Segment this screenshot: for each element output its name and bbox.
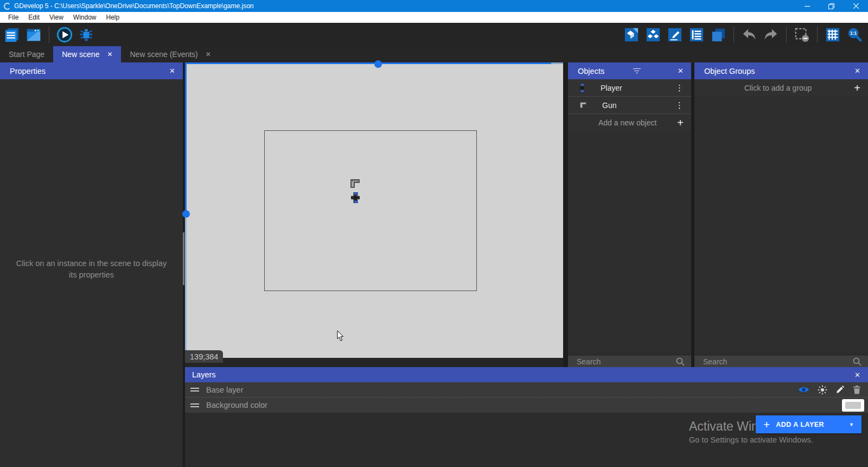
objects-panel-icon[interactable] xyxy=(623,27,640,43)
scene-window-handle-top[interactable] xyxy=(374,60,382,68)
window-title: GDevelop 5 - C:\Users\Sparkle\OneDrive\D… xyxy=(14,2,254,10)
add-group-label: Click to add a group xyxy=(702,84,854,92)
objects-search-input[interactable] xyxy=(577,357,676,366)
properties-panel-title: Properties xyxy=(10,67,46,75)
editor-tab-bar: Start Page New scene ✕ New scene (Events… xyxy=(0,46,868,62)
scene-window-left-border xyxy=(185,62,187,212)
add-group-plus-icon[interactable]: + xyxy=(854,82,860,94)
layer-row-base[interactable]: Base layer xyxy=(185,382,868,397)
scene-window-top-border xyxy=(185,62,551,64)
tab-new-scene[interactable]: New scene ✕ xyxy=(53,46,121,62)
scene-window-handle-left[interactable] xyxy=(182,210,190,218)
add-object-plus-icon[interactable]: + xyxy=(677,117,684,129)
close-objects-icon[interactable]: ✕ xyxy=(678,67,684,75)
debugger-icon[interactable] xyxy=(78,27,94,43)
close-window-button[interactable] xyxy=(844,0,868,12)
gun-instance[interactable] xyxy=(349,179,360,188)
mouse-cursor xyxy=(337,331,344,342)
background-color-swatch xyxy=(845,402,861,409)
play-preview-icon[interactable] xyxy=(56,27,73,43)
object-groups-panel-header: Object Groups ✕ xyxy=(694,62,868,79)
edit-layer-pencil-icon[interactable] xyxy=(835,385,845,394)
title-bar: GDevelop 5 - C:\Users\Sparkle\OneDrive\D… xyxy=(0,0,868,12)
add-object-label: Add a new object xyxy=(598,118,656,127)
layers-panel-icon[interactable] xyxy=(710,27,726,43)
minimize-button[interactable] xyxy=(795,0,819,12)
gun-object-icon xyxy=(579,102,587,109)
deselect-all-icon[interactable] xyxy=(794,27,810,43)
zoom-original-icon[interactable]: 1:1 xyxy=(846,27,863,43)
layer-name: Background color xyxy=(206,401,267,409)
groups-search-row xyxy=(694,353,868,367)
toolbar-separator xyxy=(49,27,49,43)
undo-icon[interactable] xyxy=(741,27,757,43)
scene-editor-icon[interactable] xyxy=(25,27,42,43)
objects-search-row xyxy=(568,353,691,367)
menu-view[interactable]: View xyxy=(44,12,68,23)
toggle-grid-icon[interactable] xyxy=(825,27,841,43)
object-groups-panel-icon[interactable] xyxy=(645,27,661,43)
redo-icon[interactable] xyxy=(763,27,779,43)
properties-scrollbar[interactable] xyxy=(183,232,184,285)
delete-layer-trash-icon[interactable] xyxy=(853,385,861,394)
drag-handle-icon[interactable] xyxy=(190,403,199,407)
player-instance[interactable] xyxy=(351,192,360,203)
tab-start-page[interactable]: Start Page xyxy=(0,46,53,62)
scene-window-left-border-end xyxy=(185,218,187,358)
groups-search-input[interactable] xyxy=(703,357,853,366)
scene-canvas[interactable] xyxy=(185,62,563,358)
menu-edit[interactable]: Edit xyxy=(23,12,44,23)
cursor-coordinates-badge: 139;384 xyxy=(185,350,223,363)
dropdown-caret-icon[interactable]: ▼ xyxy=(849,422,854,427)
objects-panel-header: Objects ✕ xyxy=(568,62,691,79)
object-groups-panel: Object Groups ✕ Click to add a group + xyxy=(694,62,868,367)
properties-empty-message: Click on an instance in the scene to dis… xyxy=(12,258,171,281)
restore-button[interactable] xyxy=(819,0,844,12)
gdevelop-logo-icon xyxy=(4,3,11,10)
svg-text:1:1: 1:1 xyxy=(850,30,857,36)
layers-panel-title: Layers xyxy=(192,370,216,379)
layers-panel: Layers ✕ Base layer xyxy=(185,367,868,467)
toolbar-separator xyxy=(786,27,787,43)
close-object-groups-icon[interactable]: ✕ xyxy=(854,67,860,75)
layer-name: Base layer xyxy=(206,386,244,394)
properties-panel: Properties ✕ Click on an instance in the… xyxy=(0,62,183,467)
object-name: Player xyxy=(601,84,622,92)
layers-panel-header: Layers ✕ xyxy=(185,367,868,382)
filter-icon[interactable] xyxy=(633,68,641,74)
project-manager-icon[interactable] xyxy=(4,27,20,43)
add-a-layer-button[interactable]: + ADD A LAYER ▼ xyxy=(756,415,861,433)
properties-panel-icon[interactable] xyxy=(667,27,683,43)
player-object-icon xyxy=(579,84,585,92)
search-icon xyxy=(676,357,685,366)
drag-handle-icon[interactable] xyxy=(190,388,199,392)
close-layers-icon[interactable]: ✕ xyxy=(854,371,860,379)
close-tab-icon[interactable]: ✕ xyxy=(107,51,112,58)
properties-panel-header: Properties ✕ xyxy=(0,62,183,79)
layer-row-background-color[interactable]: Background color xyxy=(185,397,868,413)
activate-windows-watermark-subtitle: Go to Settings to activate Windows. xyxy=(689,436,813,444)
object-groups-panel-title: Object Groups xyxy=(704,67,755,75)
instances-list-panel-icon[interactable] xyxy=(688,27,705,43)
background-color-picker-button[interactable] xyxy=(842,399,864,412)
scene-window-top-border-end xyxy=(551,62,563,64)
layer-visibility-eye-icon[interactable] xyxy=(798,386,809,394)
close-tab-icon[interactable]: ✕ xyxy=(206,51,211,58)
object-row-player[interactable]: Player ⋮ xyxy=(568,79,691,97)
main-toolbar: 1:1 xyxy=(0,23,868,46)
tab-new-scene-events[interactable]: New scene (Events) ✕ xyxy=(121,46,219,62)
object-name: Gun xyxy=(602,101,616,110)
gdevelop-window: GDevelop 5 - C:\Users\Sparkle\OneDrive\D… xyxy=(0,0,868,467)
layer-effects-icon[interactable] xyxy=(818,385,827,395)
add-object-row[interactable]: Add a new object + xyxy=(568,114,691,131)
close-properties-icon[interactable]: ✕ xyxy=(169,67,175,75)
object-menu-icon[interactable]: ⋮ xyxy=(675,100,684,110)
menu-file[interactable]: File xyxy=(3,12,23,23)
object-row-gun[interactable]: Gun ⋮ xyxy=(568,97,691,114)
toolbar-separator xyxy=(733,27,734,43)
menu-window[interactable]: Window xyxy=(68,12,101,23)
canvas-bottom-strip xyxy=(185,358,563,367)
add-group-row[interactable]: Click to add a group + xyxy=(694,79,868,97)
menu-help[interactable]: Help xyxy=(101,12,125,23)
object-menu-icon[interactable]: ⋮ xyxy=(675,83,684,93)
